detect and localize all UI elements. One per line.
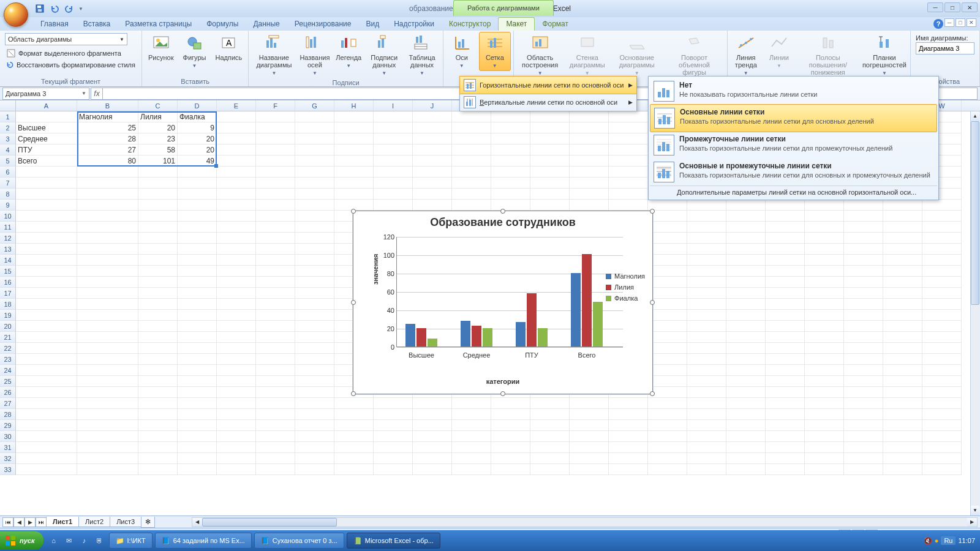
cell[interactable] — [334, 156, 374, 167]
cell[interactable] — [883, 277, 922, 288]
cell[interactable] — [77, 178, 138, 189]
cell[interactable] — [178, 354, 217, 365]
cell[interactable] — [883, 431, 922, 442]
row-header[interactable]: 25 — [0, 376, 16, 387]
cell[interactable] — [374, 200, 413, 211]
cell[interactable] — [256, 244, 295, 255]
cell[interactable] — [334, 431, 374, 442]
cell[interactable] — [766, 310, 805, 321]
cell[interactable] — [570, 144, 609, 156]
cell[interactable] — [256, 200, 295, 211]
cell[interactable] — [452, 189, 491, 200]
cell[interactable] — [766, 431, 805, 442]
cell[interactable] — [178, 244, 217, 255]
cell[interactable] — [922, 464, 962, 475]
cell[interactable] — [844, 343, 883, 354]
chart-bar[interactable] — [516, 322, 526, 347]
cell[interactable] — [530, 398, 570, 409]
cell[interactable] — [77, 288, 138, 299]
cell[interactable] — [805, 299, 844, 310]
cell[interactable] — [217, 420, 256, 431]
cell[interactable] — [726, 277, 766, 288]
cell[interactable] — [138, 354, 178, 365]
row-header[interactable]: 32 — [0, 453, 16, 464]
cell[interactable] — [138, 222, 178, 233]
cell[interactable] — [766, 409, 805, 420]
cell[interactable] — [805, 233, 844, 244]
chart-element-combo[interactable]: Область диаграммы▼ — [5, 33, 127, 45]
cell[interactable] — [413, 431, 452, 442]
cell[interactable] — [295, 288, 334, 299]
cell[interactable] — [922, 398, 962, 409]
cell[interactable] — [648, 277, 687, 288]
cell[interactable] — [687, 332, 726, 343]
cell[interactable] — [883, 299, 922, 310]
cell[interactable] — [844, 442, 883, 453]
cell[interactable] — [295, 354, 334, 365]
legend-item[interactable]: Лилия — [606, 283, 645, 291]
cell[interactable] — [217, 431, 256, 442]
cell[interactable] — [77, 442, 138, 453]
cell[interactable]: Лилия — [138, 111, 178, 122]
cell[interactable] — [766, 299, 805, 310]
row-header[interactable]: 29 — [0, 420, 16, 431]
sheet-last-button[interactable]: ⏭ — [36, 517, 47, 527]
insert-textbox-button[interactable]: AНадпись — [212, 32, 246, 62]
data-table-button[interactable]: Таблица данных▼ — [404, 32, 440, 78]
row-header[interactable]: 26 — [0, 387, 16, 398]
cell[interactable] — [883, 321, 922, 332]
taskbar-item[interactable]: 📘Суханова отчет 0 з... — [254, 533, 344, 549]
cell[interactable] — [452, 122, 491, 133]
row-header[interactable]: 13 — [0, 244, 16, 255]
row-header[interactable]: 5 — [0, 156, 16, 167]
cell[interactable] — [687, 431, 726, 442]
cell[interactable] — [726, 431, 766, 442]
cell[interactable] — [805, 365, 844, 376]
cell[interactable] — [609, 398, 648, 409]
cell[interactable] — [77, 409, 138, 420]
cell[interactable] — [138, 310, 178, 321]
row-header[interactable]: 16 — [0, 277, 16, 288]
cell[interactable] — [766, 376, 805, 387]
ql-icon[interactable]: ⛨ — [93, 533, 107, 548]
cell[interactable] — [138, 464, 178, 475]
cell[interactable] — [805, 398, 844, 409]
cell[interactable] — [295, 365, 334, 376]
cell[interactable] — [413, 420, 452, 431]
cell[interactable] — [609, 464, 648, 475]
cell[interactable]: 27 — [77, 144, 138, 156]
cell[interactable] — [609, 431, 648, 442]
fx-icon[interactable]: fx — [91, 88, 103, 100]
cell[interactable] — [687, 464, 726, 475]
vertical-gridlines-item[interactable]: Вертикальные линии сетки по основной оси… — [460, 94, 636, 111]
sheet-tab[interactable]: Лист1 — [46, 517, 79, 527]
gridlines-minor-item[interactable]: Промежуточные линии сеткиПоказать горизо… — [650, 132, 937, 159]
cell[interactable] — [138, 178, 178, 189]
cell[interactable] — [452, 133, 491, 144]
cell[interactable] — [883, 409, 922, 420]
cell[interactable] — [295, 144, 334, 156]
qat-save-icon[interactable] — [33, 2, 47, 15]
cell[interactable] — [77, 365, 138, 376]
legend-button[interactable]: Легенда▼ — [333, 32, 364, 71]
cell[interactable] — [883, 354, 922, 365]
cell[interactable] — [217, 277, 256, 288]
office-button[interactable] — [4, 2, 28, 27]
cell[interactable] — [295, 122, 334, 133]
cell[interactable] — [844, 420, 883, 431]
cell[interactable] — [570, 464, 609, 475]
cell[interactable]: Среднее — [16, 133, 77, 144]
cell[interactable] — [295, 398, 334, 409]
cell[interactable] — [413, 178, 452, 189]
cell[interactable] — [687, 233, 726, 244]
cell[interactable] — [217, 354, 256, 365]
cell[interactable] — [844, 211, 883, 222]
new-sheet-button[interactable]: ✻ — [141, 517, 155, 528]
cell[interactable] — [805, 266, 844, 277]
axis-titles-button[interactable]: Названия осей▼ — [298, 32, 331, 78]
cell[interactable] — [178, 200, 217, 211]
cell[interactable] — [491, 122, 530, 133]
cell[interactable] — [452, 111, 491, 122]
cell[interactable] — [217, 167, 256, 178]
chart-bar[interactable] — [582, 254, 592, 347]
